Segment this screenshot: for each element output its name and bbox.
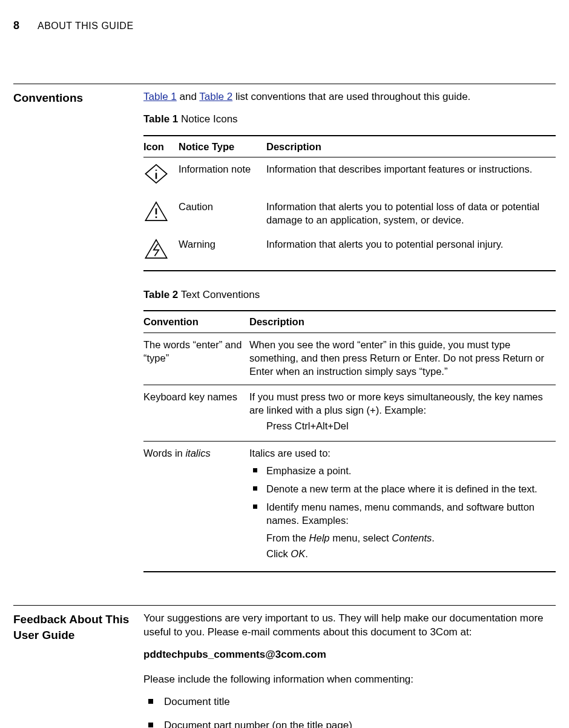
ex-text: . [305, 548, 308, 559]
intro-mid: and [177, 91, 200, 102]
notice-desc: Information that alerts you to potential… [266, 233, 556, 270]
table2-caption: Table 2 Text Conventions [143, 288, 556, 302]
link-table-2[interactable]: Table 2 [199, 91, 232, 102]
heading-conventions: Conventions [13, 84, 143, 106]
heading-feedback: Feedback About This User Guide [13, 606, 143, 643]
table-notice-icons: Icon Notice Type Description Information… [143, 135, 556, 271]
page-number: 8 [13, 18, 19, 33]
conv-name: The words “enter” and “type” [143, 333, 249, 385]
th-icon: Icon [143, 136, 179, 157]
table-row: Caution Information that alerts you to p… [143, 195, 556, 233]
conv-name: Words in italics [143, 442, 249, 572]
ex-text: From the [266, 532, 309, 543]
ex-text: menu, select [330, 532, 392, 543]
th-convention: Convention [143, 311, 249, 333]
table-row: Warning Information that alerts you to p… [143, 233, 556, 270]
list-item: Emphasize a point. [249, 464, 550, 477]
body-conventions: Table 1 and Table 2 list conventions tha… [143, 84, 556, 572]
table1-caption-text: Notice Icons [178, 113, 237, 125]
conv-name-italics: italics [185, 448, 210, 458]
conv-desc-text: If you must press two or more keys simul… [249, 391, 543, 415]
table-row: Words in italics Italics are used to: Em… [143, 442, 556, 572]
italics-list: Emphasize a point. Denote a new term at … [249, 464, 550, 561]
conv-name: Keyboard key names [143, 385, 249, 442]
caution-icon [143, 195, 179, 233]
example-line: Click OK. [266, 547, 550, 560]
feedback-list: Document title Document part number (on … [143, 695, 556, 728]
notice-desc: Information that describes important fea… [266, 157, 556, 195]
conv-desc: Italics are used to: Emphasize a point. … [249, 442, 556, 572]
th-description: Description [266, 136, 556, 157]
keyboard-example: Press Ctrl+Alt+Del [266, 419, 550, 432]
ex-text: . [432, 532, 435, 543]
list-item: Document title [143, 695, 556, 709]
table1-caption-label: Table 1 [143, 113, 178, 125]
italics-lead: Italics are used to: [249, 448, 331, 458]
table1-caption: Table 1 Notice Icons [143, 113, 556, 127]
feedback-p2: Please include the following information… [143, 673, 556, 687]
svg-marker-6 [145, 240, 166, 258]
list-item: Identify menu names, menu commands, and … [249, 500, 550, 560]
section-feedback: Feedback About This User Guide Your sugg… [13, 605, 556, 728]
info-icon [143, 157, 179, 195]
table2-caption-label: Table 2 [143, 289, 178, 300]
th-desc: Description [249, 311, 556, 333]
list-item-text: Identify menu names, menu commands, and … [266, 501, 534, 526]
link-table-1[interactable]: Table 1 [143, 91, 177, 102]
ex-text: Click [266, 548, 291, 559]
feedback-email: pddtechpubs_comments@3com.com [143, 648, 556, 662]
notice-type: Warning [179, 233, 266, 270]
intro-after: list conventions that are used throughou… [232, 91, 470, 102]
table-text-conventions: Convention Description The words “enter”… [143, 310, 556, 572]
list-item: Denote a new term at the place where it … [249, 482, 550, 495]
warning-icon [143, 233, 179, 270]
conv-name-a: Words in [143, 448, 185, 458]
conv-desc: If you must press two or more keys simul… [249, 385, 556, 442]
table-row: Keyboard key names If you must press two… [143, 385, 556, 442]
table-row: Information note Information that descri… [143, 157, 556, 195]
table2-caption-text: Text Conventions [178, 289, 260, 300]
notice-type: Caution [179, 195, 266, 233]
ex-italic: Help [309, 532, 330, 543]
notice-type: Information note [179, 157, 266, 195]
list-item: Document part number (on the title page) [143, 719, 556, 728]
ex-italic: OK [291, 548, 305, 559]
table-row: The words “enter” and “type” When you se… [143, 333, 556, 385]
body-feedback: Your suggestions are very important to u… [143, 606, 556, 728]
page-header: 8 ABOUT THIS GUIDE [13, 18, 556, 33]
conventions-intro: Table 1 and Table 2 list conventions tha… [143, 90, 556, 104]
section-conventions: Conventions Table 1 and Table 2 list con… [13, 84, 556, 572]
notice-desc: Information that alerts you to potential… [266, 195, 556, 233]
conv-desc: When you see the word “enter” in this gu… [249, 333, 556, 385]
feedback-p1: Your suggestions are very important to u… [143, 612, 556, 640]
example-line: From the Help menu, select Contents. [266, 531, 550, 544]
ex-italic: Contents [392, 532, 432, 543]
th-notice-type: Notice Type [179, 136, 266, 157]
page-title: ABOUT THIS GUIDE [38, 19, 134, 33]
